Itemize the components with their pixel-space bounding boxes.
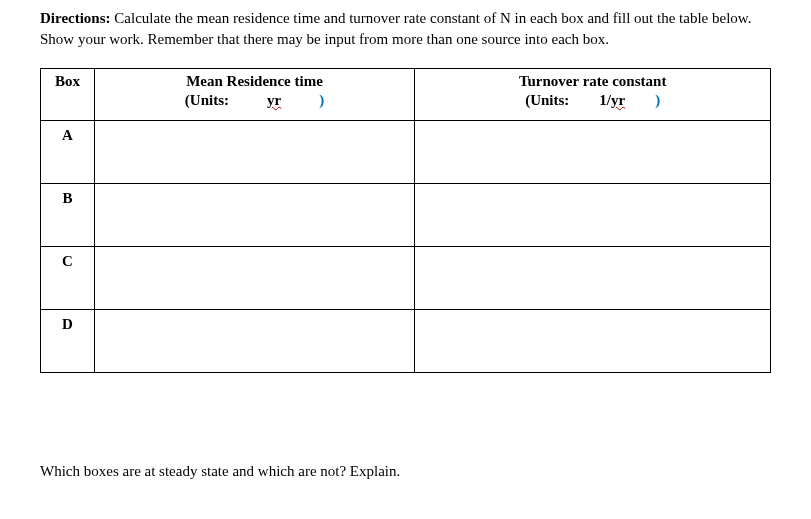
mrt-cell-b[interactable] bbox=[94, 184, 415, 247]
header-trc-title: Turnover rate constant bbox=[519, 73, 667, 90]
trc-cell-b[interactable] bbox=[415, 184, 771, 247]
mrt-unit: yr bbox=[267, 92, 281, 109]
mrt-cell-a[interactable] bbox=[94, 121, 415, 184]
table-row: B bbox=[41, 184, 771, 247]
mrt-cell-d[interactable] bbox=[94, 310, 415, 373]
worksheet-table: Box Mean Residence time (Units: yr ) Tur… bbox=[40, 68, 771, 373]
directions-label: Directions: bbox=[40, 10, 111, 26]
close-paren-icon: ) bbox=[319, 92, 324, 109]
trc-cell-a[interactable] bbox=[415, 121, 771, 184]
directions-text: Calculate the mean residence time and tu… bbox=[40, 10, 751, 47]
close-paren-icon: ) bbox=[655, 92, 660, 109]
header-mrt-title: Mean Residence time bbox=[186, 73, 323, 90]
row-label-b: B bbox=[41, 184, 95, 247]
trc-cell-c[interactable] bbox=[415, 247, 771, 310]
table-row: D bbox=[41, 310, 771, 373]
trc-unit: 1/yr bbox=[599, 92, 625, 109]
table-row: C bbox=[41, 247, 771, 310]
trc-cell-d[interactable] bbox=[415, 310, 771, 373]
directions-paragraph: Directions: Calculate the mean residence… bbox=[40, 8, 771, 50]
mrt-cell-c[interactable] bbox=[94, 247, 415, 310]
table-header-row: Box Mean Residence time (Units: yr ) Tur… bbox=[41, 69, 771, 121]
header-box-label: Box bbox=[55, 73, 80, 89]
row-label-c: C bbox=[41, 247, 95, 310]
table-row: A bbox=[41, 121, 771, 184]
units-open-label: (Units: bbox=[185, 92, 229, 109]
header-box: Box bbox=[41, 69, 95, 121]
steady-state-question: Which boxes are at steady state and whic… bbox=[40, 463, 771, 480]
row-label-d: D bbox=[41, 310, 95, 373]
row-label-a: A bbox=[41, 121, 95, 184]
header-trc: Turnover rate constant (Units: 1/yr ) bbox=[415, 69, 771, 121]
trc-unit-yr: yr bbox=[611, 92, 625, 108]
header-mrt: Mean Residence time (Units: yr ) bbox=[94, 69, 415, 121]
units-open-label: (Units: bbox=[525, 92, 569, 109]
